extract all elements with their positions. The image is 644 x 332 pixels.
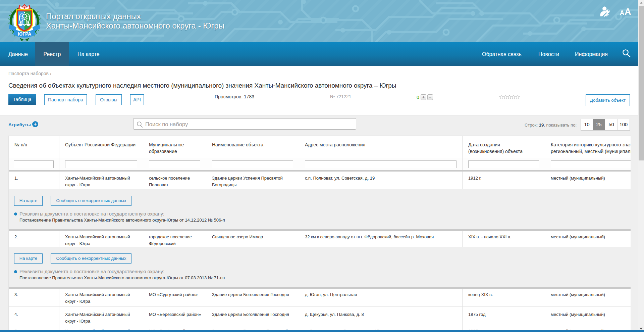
svg-text:ЮГРА: ЮГРА	[18, 31, 32, 37]
